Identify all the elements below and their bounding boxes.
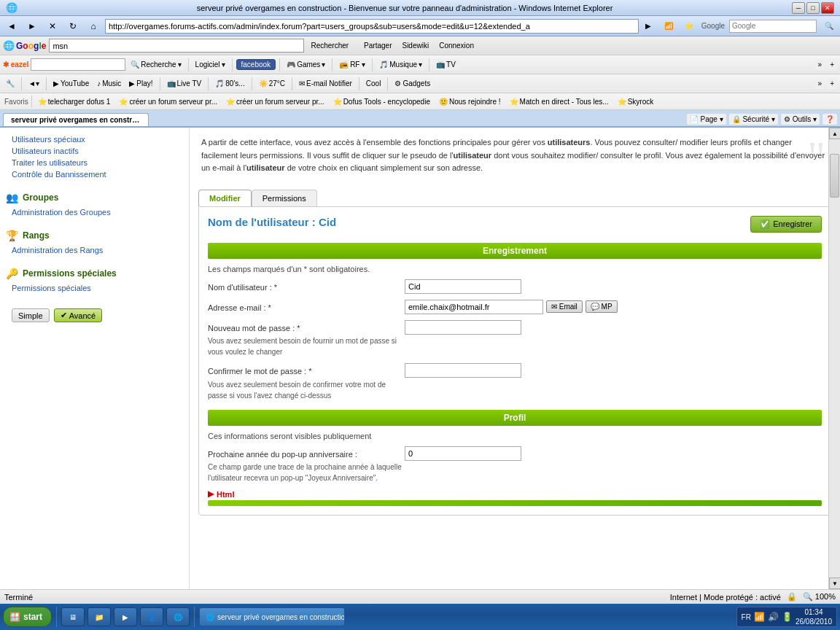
form-tabs: Modifier Permissions [190, 184, 840, 206]
traiter-utilisateurs-link[interactable]: Traiter les utilisateurs [6, 157, 183, 168]
fav-item-0[interactable]: ⭐ telecharger dofus 1 [35, 97, 114, 106]
taskbar-media-icon[interactable]: ▶ [114, 607, 137, 626]
temp-btn[interactable]: ☀️ 27°C [256, 78, 288, 89]
fav-item-5[interactable]: ⭐ Match en direct - Tous les... [507, 97, 612, 106]
section-profil: Profil [208, 410, 822, 426]
simple-btn[interactable]: Simple [12, 308, 50, 322]
security-menu-btn[interactable]: 🔒 Sécurité ▾ [729, 114, 778, 125]
nouveau-mdp-label: Nouveau mot de passe : * Vous avez seule… [208, 320, 405, 358]
confirmer-mdp-row: Confirmer le mot de passe : * Vous avez … [208, 363, 822, 401]
stop-btn[interactable]: ✕ [44, 18, 61, 34]
toolbar-partager[interactable]: Partager [361, 40, 394, 51]
play-btn[interactable]: ▶ Play! [126, 78, 155, 89]
nav-bar: ◄ ► ✕ ↻ ⌂ ▶ 📶 ⭐ Google 🔍 [0, 16, 840, 36]
admin-groupes-link[interactable]: Administration des Groupes [6, 206, 183, 218]
toolbar-connexion[interactable]: Connexion [436, 40, 477, 51]
required-note: Les champs marqués d'un * sont obligatoi… [208, 265, 822, 273]
fav-item-6[interactable]: ⭐ Skyrock [615, 97, 657, 106]
logiciel-btn[interactable]: Logiciel ▾ [192, 59, 228, 70]
taskbar-active-window[interactable]: 🌐 serveur privé overgames en constructio… [199, 607, 345, 626]
livetv-btn[interactable]: 📺 Live TV [164, 78, 205, 89]
nom-utilisateur-label: Nom d'utilisateur : * [208, 279, 405, 294]
confirmer-mdp-input[interactable] [405, 363, 521, 378]
nom-utilisateur-input[interactable] [405, 279, 521, 294]
anniversaire-label: Prochaine année du pop-up anniversaire :… [208, 446, 405, 484]
rss-btn[interactable]: 📶 [661, 20, 677, 31]
scroll-down-btn[interactable]: ▼ [829, 578, 840, 589]
address-bar[interactable] [105, 19, 639, 34]
s80-btn[interactable]: 🎵 80's... [212, 78, 247, 89]
games-btn[interactable]: 🎮 Games ▾ [284, 59, 328, 70]
facebook-btn[interactable]: facebook [236, 59, 276, 70]
refresh-btn[interactable]: ↻ [64, 18, 82, 34]
tray-clock[interactable]: 01:34 26/08/2010 [796, 607, 832, 626]
send-mp-btn[interactable]: 💬 MP [586, 300, 618, 313]
tab-modifier[interactable]: Modifier [198, 190, 252, 206]
minimize-btn[interactable]: ─ [792, 2, 805, 14]
forward-btn[interactable]: ► [23, 18, 41, 34]
scrollbar-vertical[interactable]: ▲ ▼ [828, 128, 840, 589]
fav-item-4[interactable]: 🙂 Nous rejoindre ! [436, 97, 504, 106]
taskbar-ie-icon[interactable]: 📁 [88, 607, 111, 626]
utilisateurs-speciaux-link[interactable]: Utilisateurs spéciaux [6, 133, 183, 145]
google-nav-input[interactable] [729, 20, 817, 33]
taskbar-network-icon[interactable]: 🌐 [166, 607, 190, 626]
tools-menu-btn[interactable]: ⚙ Outils ▾ [781, 114, 820, 125]
music-btn[interactable]: ♪ Music [94, 78, 124, 89]
scroll-thumb[interactable] [830, 154, 839, 198]
home-btn[interactable]: ⌂ [85, 18, 102, 34]
more-btn[interactable]: » [815, 59, 825, 70]
radio-btn[interactable]: 📻 RF ▾ [336, 59, 368, 70]
sep-e [252, 77, 252, 90]
eazel-search-input[interactable] [31, 58, 125, 71]
permissions-speciales-link[interactable]: Permissions spéciales [6, 282, 183, 294]
favorites-star-btn[interactable]: ⭐ [681, 20, 697, 31]
page-menu-btn[interactable]: 📄 Page ▾ [687, 114, 726, 125]
google-search-input[interactable] [49, 39, 304, 52]
back-btn[interactable]: ◄ [3, 18, 20, 34]
description-box: " A partir de cette interface, vous avez… [190, 128, 840, 184]
anniversaire-hint: Ce champ garde une trace de la prochaine… [208, 462, 405, 483]
toolbar-sidewiki[interactable]: Sidewiki [399, 40, 432, 51]
search-btn[interactable]: 🔍 [821, 20, 837, 31]
musique-btn[interactable]: 🎵 Musique ▾ [376, 59, 425, 70]
eazel-recherche-btn[interactable]: 🔍 Recherche ▾ [128, 59, 184, 70]
back-hist-btn[interactable]: ◄▾ [26, 78, 42, 89]
nouveau-mdp-input[interactable] [405, 320, 521, 335]
fav-item-3[interactable]: ⭐ Dofus Tools - encyclopedie [330, 97, 433, 106]
scroll-up-btn[interactable]: ▲ [829, 128, 840, 139]
controle-bannissement-link[interactable]: Contrôle du Bannissement [6, 168, 183, 180]
toolbar-icon1[interactable]: 🔧 [3, 78, 18, 89]
email-notifier-btn[interactable]: ✉ E-mail Notifier [296, 78, 355, 89]
taskbar-show-desktop[interactable]: 🖥 [61, 607, 85, 626]
send-email-btn[interactable]: ✉ Email [546, 300, 583, 313]
close-btn[interactable]: ✕ [821, 2, 834, 14]
enregistrer-btn[interactable]: ✅ Enregistrer [750, 216, 822, 233]
go-btn[interactable]: ▶ [642, 20, 655, 31]
gadgets-btn[interactable]: ⚙ Gadgets [392, 78, 433, 89]
utilisateurs-inactifs-link[interactable]: Utilisateurs inactifs [6, 145, 183, 157]
check-icon: ✔ [61, 311, 67, 320]
maximize-btn[interactable]: □ [806, 2, 820, 14]
taskbar-user-icon[interactable]: 👤 [140, 607, 163, 626]
add-btn[interactable]: + [827, 59, 837, 70]
fav-item-2[interactable]: ⭐ créer un forum serveur pr... [223, 97, 327, 106]
tv-btn[interactable]: 📺 TV [433, 59, 459, 70]
add2-btn[interactable]: + [827, 78, 837, 89]
admin-rangs-link[interactable]: Administration des Rangs [6, 244, 183, 256]
sep-b [46, 77, 47, 90]
active-tab[interactable]: serveur privé overgames en construction … [3, 113, 149, 126]
fav-item-1[interactable]: ⭐ créer un forum serveur pr... [116, 97, 220, 106]
window-controls[interactable]: ─ □ ✕ [792, 2, 834, 14]
anniversaire-input[interactable] [405, 446, 521, 461]
more2-btn[interactable]: » [815, 78, 825, 89]
tab-permissions[interactable]: Permissions [252, 190, 317, 206]
start-button[interactable]: 🪟 start [3, 607, 52, 627]
adresse-email-input[interactable] [405, 300, 543, 314]
avance-btn[interactable]: ✔ Avancé [54, 308, 103, 322]
google-search-button[interactable]: Rechercher [307, 40, 352, 51]
google-search-nav[interactable]: Google [701, 22, 725, 30]
cool-btn[interactable]: Cool [363, 78, 384, 89]
help-menu-btn[interactable]: ❓ [822, 114, 837, 125]
youtube-btn[interactable]: ▶ YouTube [50, 78, 92, 89]
